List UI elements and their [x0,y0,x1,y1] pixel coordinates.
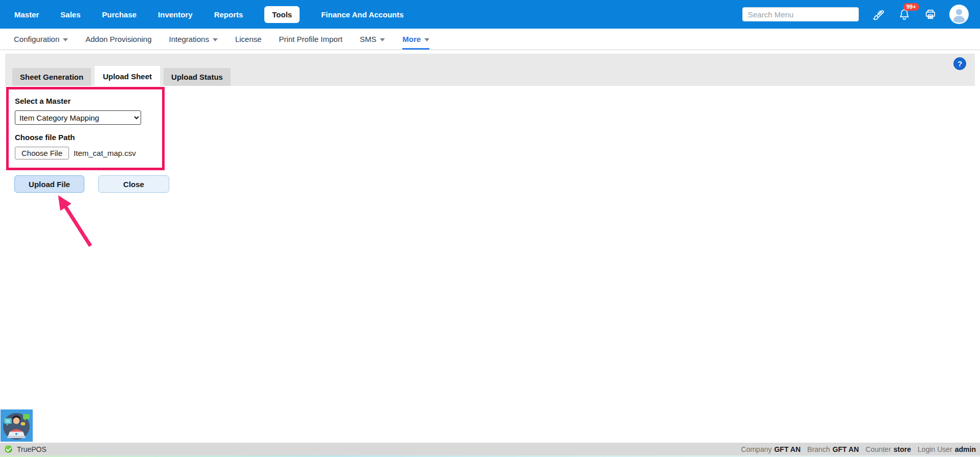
branch-info: Branch GFT AN [807,445,859,453]
caret-down-icon [63,38,68,41]
user-avatar[interactable] [949,5,969,24]
subnav-item-label: Print Profile Import [279,35,343,43]
session-info: Company GFT AN Branch GFT AN Counter sto… [741,445,976,453]
branch-value: GFT AN [832,445,859,453]
notifications-bell-icon[interactable]: 99+ [897,8,911,21]
company-value: GFT AN [774,445,801,453]
subnav-item-label: SMS [360,35,377,43]
branch-label: Branch [807,445,830,453]
master-select-dropdown[interactable]: Item Category Mapping [15,110,141,125]
subnav-item-addon-provisioning[interactable]: Addon Provisioning [85,29,151,50]
subnav-item-print-profile-import[interactable]: Print Profile Import [279,29,343,50]
company-label: Company [741,445,772,453]
upload-file-button[interactable]: Upload File [14,175,84,193]
menu-item-tools-active[interactable]: Tools [264,6,300,23]
menu-item-inventory[interactable]: Inventory [158,10,193,19]
subnav-item-license[interactable]: License [235,29,262,50]
close-button[interactable]: Close [98,175,169,193]
sheet-upload-panel-header: ? Sheet Generation Upload Sheet Upload S… [5,54,975,86]
login-user-label: Login User [918,445,952,453]
paint-brush-icon[interactable] [871,8,885,21]
form-action-buttons: Upload File Close [14,175,980,193]
selected-file-name: Item_cat_map.csv [74,149,136,157]
subnav-item-integrations[interactable]: Integrations [169,29,218,50]
counter-value: store [894,445,911,453]
subnav-item-label: Integrations [169,35,209,43]
connection-status-check-icon [4,445,13,453]
top-navigation-bar: Master Sales Purchase Inventory Reports … [0,0,980,29]
caret-down-icon [424,38,429,41]
counter-label: Counter [865,445,891,453]
subnav-item-sms[interactable]: SMS [360,29,385,50]
subnav-item-label: Addon Provisioning [85,35,151,43]
caret-down-icon [213,38,218,41]
tab-sheet-generation[interactable]: Sheet Generation [12,68,91,86]
subnav-item-label: More [402,35,421,43]
company-info: Company GFT AN [741,445,801,453]
menu-item-reports[interactable]: Reports [214,10,243,19]
subnav-item-label: Configuration [14,35,59,43]
tab-upload-sheet-active[interactable]: Upload Sheet [95,66,160,86]
sheet-tabs: Sheet Generation Upload Sheet Upload Sta… [12,66,231,86]
menu-item-master[interactable]: Master [14,10,39,19]
subnav-item-more-active[interactable]: More [402,29,429,50]
menu-item-sales[interactable]: Sales [60,10,80,19]
menu-item-purchase[interactable]: Purchase [102,10,137,19]
bottom-status-bar: TruePOS Company GFT AN Branch GFT AN Cou… [0,443,980,455]
notification-count-badge: 99+ [903,3,919,11]
select-master-label: Select a Master [15,97,156,105]
file-input-row: Choose File Item_cat_map.csv [15,147,156,159]
counter-info: Counter store [865,445,911,453]
tools-sub-navigation: Configuration Addon Provisioning Integra… [0,29,980,50]
choose-file-path-label: Choose file Path [15,133,156,142]
menu-item-finance-and-accounts[interactable]: Finance And Accounts [321,10,403,19]
choose-file-button[interactable]: Choose File [15,147,69,159]
subnav-item-configuration[interactable]: Configuration [14,29,68,50]
search-menu-input[interactable] [742,7,859,21]
caret-down-icon [380,38,385,41]
app-name: TruePOS [17,445,47,453]
help-button[interactable]: ? [953,57,966,70]
login-user-info: Login User admin [918,445,976,453]
topbar-right-cluster: 99+ [742,5,969,24]
subnav-item-label: License [235,35,262,43]
upload-form-annotation-box: Select a Master Item Category Mapping Ch… [6,87,165,170]
printer-icon[interactable] [923,8,937,21]
support-chat-widget[interactable] [1,409,33,442]
arrow-annotation [43,186,100,252]
main-menu: Master Sales Purchase Inventory Reports … [14,6,404,23]
tab-upload-status[interactable]: Upload Status [164,68,231,86]
login-user-value: admin [955,445,976,453]
